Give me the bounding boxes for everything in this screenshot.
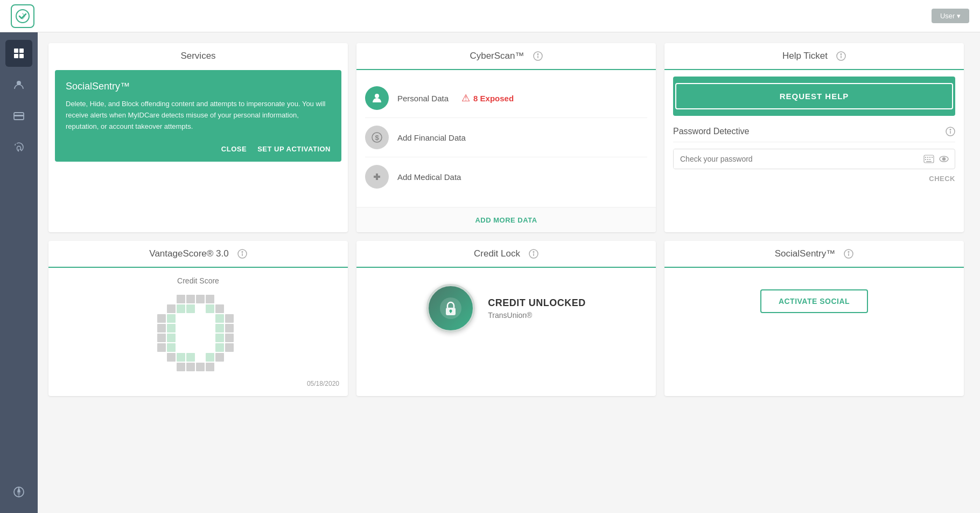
svg-rect-69: [215, 353, 224, 362]
medical-data-icon: [365, 165, 389, 189]
password-detective-header: Password Detective: [673, 120, 955, 142]
social-sentry-info-button[interactable]: [844, 249, 853, 259]
svg-rect-47: [206, 304, 214, 313]
sidebar-item-dashboard[interactable]: [5, 40, 32, 67]
help-ticket-info-button[interactable]: [836, 51, 846, 61]
password-check-button[interactable]: CHECK: [929, 175, 955, 183]
password-icons: [918, 155, 955, 163]
cyberscan-medical-item[interactable]: Add Medical Data: [365, 157, 647, 196]
app-logo: [11, 4, 34, 28]
svg-rect-53: [157, 324, 166, 332]
add-more-data-link[interactable]: ADD MORE DATA: [475, 216, 537, 224]
password-input[interactable]: [674, 149, 918, 169]
credit-lock-icon[interactable]: [426, 284, 475, 332]
social-sentry-bottom-card-title: SocialSentry™: [775, 248, 835, 259]
cards-grid: Services SocialSentry™ Delete, Hide, and…: [48, 43, 964, 396]
personal-data-icon: [365, 86, 389, 110]
svg-rect-34: [926, 161, 932, 162]
cyberscan-info-button[interactable]: [533, 51, 543, 61]
svg-rect-43: [206, 295, 214, 303]
cyberscan-financial-item[interactable]: $ Add Financial Data: [365, 118, 647, 157]
add-more-data-section: ADD MORE DATA: [356, 207, 656, 232]
sidebar-item-fingerprint[interactable]: [5, 134, 32, 161]
svg-rect-49: [157, 314, 166, 323]
svg-rect-57: [157, 334, 166, 342]
svg-point-22: [841, 54, 842, 55]
svg-marker-10: [18, 492, 20, 496]
credit-score-date: 05/18/2020: [57, 380, 339, 387]
svg-rect-41: [186, 295, 195, 303]
svg-marker-9: [18, 488, 20, 492]
svg-rect-70: [177, 363, 185, 371]
check-btn-row: CHECK: [673, 174, 955, 183]
password-input-row: [673, 149, 955, 169]
request-help-btn-wrap: REQUEST HELP: [673, 77, 955, 116]
cyberscan-card: CyberScan™: [356, 43, 656, 232]
svg-rect-27: [925, 157, 926, 158]
content-area: Services SocialSentry™ Delete, Hide, and…: [38, 32, 980, 513]
help-ticket-body: REQUEST HELP Password Detective: [664, 70, 964, 190]
svg-rect-64: [225, 343, 234, 352]
svg-rect-71: [186, 363, 195, 371]
svg-rect-52: [225, 314, 234, 323]
services-close-button[interactable]: CLOSE: [221, 145, 247, 153]
help-ticket-card-title: Help Ticket: [782, 51, 828, 61]
svg-rect-63: [215, 343, 224, 352]
sidebar: [0, 32, 38, 513]
svg-rect-44: [167, 304, 176, 313]
services-promo-text: Delete, Hide, and Block offending conten…: [66, 99, 331, 132]
cyberscan-card-body: Personal Data ⚠ 8 Exposed $: [356, 70, 656, 205]
services-promo-block: SocialSentry™ Delete, Hide, and Block of…: [55, 70, 341, 162]
financial-data-label: Add Financial Data: [397, 133, 466, 142]
vantagescore-card-body: Credit Score: [48, 268, 348, 396]
credit-lock-info-button[interactable]: [529, 249, 538, 259]
user-menu-button[interactable]: User ▾: [932, 9, 969, 23]
svg-point-39: [242, 252, 243, 253]
password-eye-icon[interactable]: [939, 155, 949, 163]
vantagescore-info-button[interactable]: [237, 249, 247, 259]
credit-lock-info: CREDIT UNLOCKED TransUnion®: [488, 297, 586, 320]
sidebar-item-compass[interactable]: [5, 479, 32, 505]
services-promo-title: SocialSentry™: [66, 81, 331, 92]
social-sentry-content: ACTIVATE SOCIAL: [664, 268, 964, 335]
medical-data-label: Add Medical Data: [397, 172, 461, 182]
svg-rect-56: [225, 324, 234, 332]
top-bar: User ▾: [0, 0, 980, 32]
svg-rect-67: [186, 353, 195, 362]
vantagescore-card-title: VantageScore® 3.0: [149, 248, 228, 259]
activate-social-button[interactable]: ACTIVATE SOCIAL: [760, 289, 868, 313]
services-setup-button[interactable]: SET UP ACTIVATION: [257, 145, 331, 153]
sidebar-item-profile[interactable]: [5, 71, 32, 98]
svg-rect-42: [196, 295, 205, 303]
credit-lock-provider: TransUnion®: [488, 311, 586, 320]
svg-rect-62: [167, 343, 176, 352]
social-sentry-bottom-card-header: SocialSentry™: [664, 241, 964, 268]
services-card-header: Services: [48, 43, 348, 66]
cyberscan-personal-item[interactable]: Personal Data ⚠ 8 Exposed: [365, 79, 647, 118]
svg-rect-48: [215, 304, 224, 313]
cyberscan-card-header: CyberScan™: [356, 43, 656, 70]
credit-lock-status: CREDIT UNLOCKED: [488, 297, 586, 309]
main-layout: Services SocialSentry™ Delete, Hide, and…: [0, 32, 980, 513]
svg-rect-73: [206, 363, 214, 371]
sidebar-item-cards[interactable]: [5, 102, 32, 129]
svg-point-14: [375, 94, 379, 98]
svg-rect-50: [167, 314, 176, 323]
svg-point-83: [848, 252, 849, 253]
svg-rect-60: [225, 334, 234, 342]
credit-lock-card-title: Credit Lock: [474, 248, 520, 259]
svg-point-25: [950, 129, 951, 130]
svg-rect-4: [19, 54, 24, 58]
credit-score-chart: [144, 289, 252, 376]
svg-rect-2: [19, 48, 24, 53]
social-sentry-bottom-card: SocialSentry™ ACTIVATE SOCIAL: [664, 241, 964, 396]
request-help-button[interactable]: REQUEST HELP: [675, 83, 953, 109]
svg-rect-33: [929, 159, 930, 160]
svg-rect-45: [177, 304, 185, 313]
password-detective-info-button[interactable]: [946, 127, 955, 136]
vantagescore-card-header: VantageScore® 3.0: [48, 241, 348, 268]
svg-rect-40: [177, 295, 185, 303]
svg-rect-65: [167, 353, 176, 362]
svg-rect-59: [215, 334, 224, 342]
svg-rect-68: [206, 353, 214, 362]
